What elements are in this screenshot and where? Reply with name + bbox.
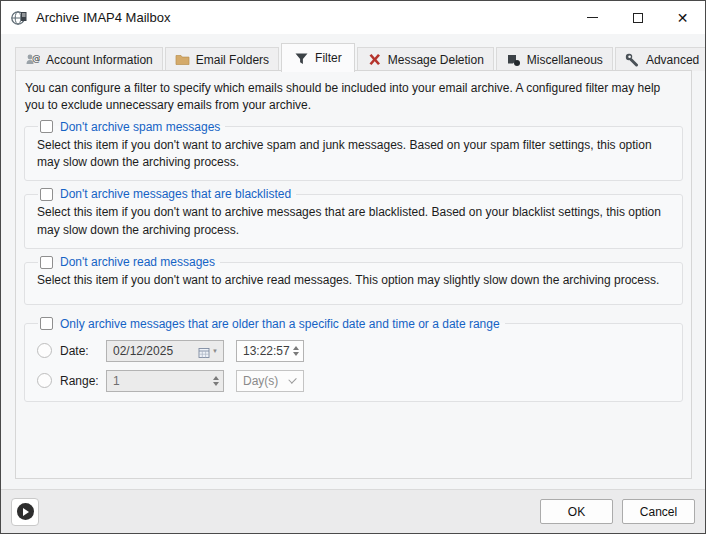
spam-checkbox-label[interactable]: Don't archive spam messages	[60, 120, 220, 134]
close-button[interactable]: ✕	[660, 1, 705, 34]
range-spinner[interactable]	[213, 376, 219, 386]
blacklist-group: Don't archive messages that are blacklis…	[24, 187, 683, 249]
app-icon	[10, 9, 28, 27]
tab-label: Message Deletion	[388, 53, 484, 67]
date-filter-group: Only archive messages that are older tha…	[24, 317, 683, 402]
spin-up-icon	[213, 376, 219, 380]
older-than-checkbox[interactable]	[40, 317, 53, 330]
filter-tab-page: You can configure a filter to specify wh…	[15, 70, 692, 479]
tab-label: Filter	[315, 51, 342, 65]
account-at-icon: @	[25, 52, 40, 67]
time-spinner[interactable]	[293, 346, 299, 356]
spin-down-icon	[293, 352, 299, 356]
tab-label: Email Folders	[196, 53, 269, 67]
spin-down-icon	[213, 382, 219, 386]
date-row: Date: ▼	[37, 340, 670, 362]
tab-label: Account Information	[46, 53, 153, 67]
date-radio-label: Date:	[60, 344, 106, 358]
spam-description: Select this item if you don't want to ar…	[35, 135, 672, 172]
tab-miscellaneous[interactable]: Miscellaneous	[496, 47, 613, 71]
read-messages-checkbox[interactable]	[40, 256, 53, 269]
folder-icon	[175, 52, 190, 67]
tab-account-information[interactable]: @ Account Information	[15, 47, 163, 71]
spin-up-icon	[293, 346, 299, 350]
puzzle-dot-icon	[506, 52, 521, 67]
date-radio[interactable]	[37, 343, 52, 358]
ok-button[interactable]: OK	[540, 499, 613, 524]
date-input[interactable]	[107, 344, 198, 358]
tab-message-deletion[interactable]: Message Deletion	[357, 47, 494, 71]
spam-checkbox[interactable]	[40, 120, 53, 133]
range-editor[interactable]	[106, 370, 224, 392]
tab-strip: @ Account Information Email Folders Filt…	[15, 43, 692, 71]
time-input[interactable]	[237, 344, 291, 358]
range-radio-label: Range:	[60, 374, 106, 388]
range-unit-combobox[interactable]	[236, 370, 304, 392]
dropdown-arrow-icon: ▼	[212, 348, 218, 354]
time-editor[interactable]	[236, 340, 304, 362]
read-messages-description: Select this item if you don't want to ar…	[35, 270, 672, 289]
maximize-button[interactable]	[615, 1, 660, 34]
play-icon	[17, 503, 34, 520]
range-row: Range:	[37, 370, 670, 392]
spam-group: Don't archive spam messages Select this …	[24, 120, 683, 182]
older-than-checkbox-label[interactable]: Only archive messages that are older tha…	[60, 317, 500, 331]
tab-label: Advanced	[646, 53, 699, 67]
cancel-button[interactable]: Cancel	[622, 499, 695, 524]
read-messages-checkbox-label[interactable]: Don't archive read messages	[60, 255, 215, 269]
title-bar: Archive IMAP4 Mailbox ✕	[1, 1, 705, 34]
window-title: Archive IMAP4 Mailbox	[36, 10, 170, 25]
archive-imap4-mailbox-dialog: Archive IMAP4 Mailbox ✕ @ Account Inform…	[0, 0, 706, 534]
wrench-icon	[625, 52, 640, 67]
close-icon: ✕	[677, 11, 689, 25]
blacklist-checkbox[interactable]	[40, 188, 53, 201]
date-picker[interactable]: ▼	[106, 340, 224, 362]
tab-advanced[interactable]: Advanced	[615, 47, 706, 71]
read-messages-group: Don't archive read messages Select this …	[24, 255, 683, 304]
red-x-icon	[367, 52, 382, 67]
minimize-icon	[587, 17, 598, 18]
blacklist-checkbox-label[interactable]: Don't archive messages that are blacklis…	[60, 187, 291, 201]
footer-bar: OK Cancel	[1, 489, 705, 533]
filter-intro-text: You can configure a filter to specify wh…	[16, 71, 691, 120]
tab-email-folders[interactable]: Email Folders	[165, 47, 279, 71]
tab-filter[interactable]: Filter	[281, 43, 355, 72]
funnel-icon	[294, 51, 309, 66]
svg-text:@: @	[32, 53, 40, 63]
blacklist-description: Select this item if you don't want to ar…	[35, 202, 672, 239]
tab-label: Miscellaneous	[527, 53, 603, 67]
minimize-button[interactable]	[570, 1, 615, 34]
range-input[interactable]	[107, 374, 211, 388]
range-radio[interactable]	[37, 373, 52, 388]
calendar-icon	[198, 345, 210, 357]
start-archive-button[interactable]	[11, 498, 39, 526]
range-unit-input[interactable]	[237, 374, 290, 388]
maximize-icon	[633, 13, 643, 23]
